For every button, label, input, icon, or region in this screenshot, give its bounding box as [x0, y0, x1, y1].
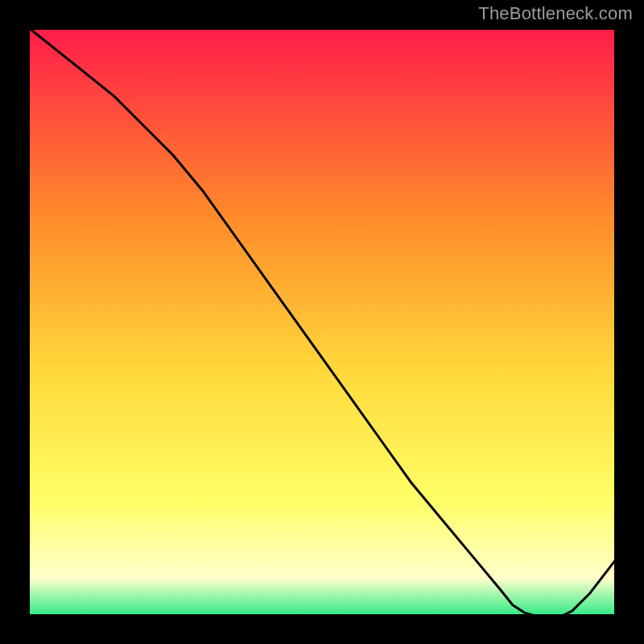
chart-svg — [24, 24, 620, 620]
watermark-text: TheBottleneck.com — [478, 3, 633, 24]
gradient-background — [24, 24, 620, 620]
chart-frame: TheBottleneck.com — [0, 0, 644, 644]
plot-area — [24, 24, 620, 620]
